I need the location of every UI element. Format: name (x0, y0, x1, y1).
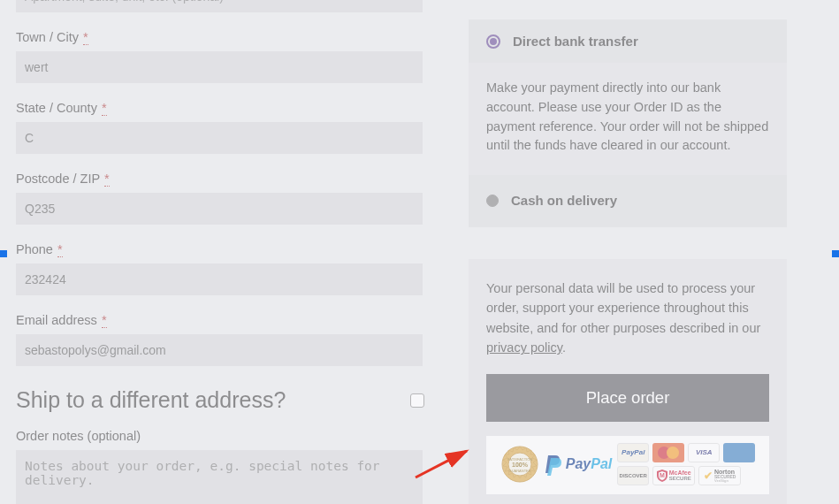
ship-different-checkbox[interactable] (410, 393, 424, 408)
payment-option-bank[interactable]: Direct bank transfer (469, 19, 787, 63)
required-mark: * (57, 242, 63, 257)
payment-option-cod[interactable]: Cash on delivery (469, 175, 787, 227)
town-input[interactable] (16, 51, 423, 83)
payment-bank-label: Direct bank transfer (513, 34, 638, 49)
radio-selected-icon (486, 34, 500, 49)
phone-label: Phone * (16, 242, 424, 256)
town-label: Town / City * (16, 30, 424, 44)
state-label: State / County * (16, 101, 424, 115)
postcode-input[interactable] (16, 193, 423, 225)
satisfaction-seal-icon: SATISFACTION 100% GUARANTEE (500, 445, 539, 484)
svg-text:GUARANTEE: GUARANTEE (508, 469, 530, 473)
apartment-input[interactable] (16, 0, 423, 12)
payment-cod-label: Cash on delivery (511, 193, 617, 208)
trust-badges: SATISFACTION 100% GUARANTEE PayPal (486, 436, 769, 494)
ship-different-heading: Ship to a different address? (16, 387, 286, 413)
svg-text:M: M (660, 472, 665, 478)
mcafee-badge-icon: M McAfeeSECURE (652, 466, 695, 485)
selection-handle-left (0, 250, 7, 257)
privacy-policy-link[interactable]: privacy policy (486, 340, 562, 355)
visa-card-icon: VISA (688, 443, 720, 462)
norton-badge-icon: ✔ NortonSECUREDVeriSign (698, 466, 741, 485)
svg-text:100%: 100% (512, 462, 529, 468)
privacy-place-order-box: Your personal data will be used to proce… (469, 259, 787, 504)
phone-input[interactable] (16, 263, 423, 295)
place-order-button[interactable]: Place order (486, 374, 769, 422)
required-mark: * (102, 313, 107, 328)
payment-bank-description: Make your payment directly into our bank… (469, 63, 787, 175)
email-label: Email address * (16, 313, 424, 327)
order-notes-input[interactable] (16, 450, 423, 504)
discover-card-icon: DISCOVER (617, 466, 649, 485)
paypal-logo-icon: PayPal (545, 453, 612, 476)
paypal-card-icon: PayPal (617, 443, 649, 462)
selection-handle-right (832, 250, 839, 257)
radio-unselected-icon (486, 195, 499, 207)
privacy-text: Your personal data will be used to proce… (486, 279, 769, 358)
required-mark: * (104, 172, 110, 187)
postcode-label: Postcode / ZIP * (16, 172, 424, 186)
mastercard-icon (652, 443, 684, 462)
required-mark: * (83, 30, 88, 45)
email-input[interactable] (16, 334, 423, 366)
payment-methods: Direct bank transfer Make your payment d… (469, 19, 787, 227)
state-input[interactable] (16, 122, 423, 154)
required-mark: * (102, 101, 107, 116)
amex-card-icon (723, 443, 755, 462)
order-notes-label: Order notes (optional) (16, 429, 424, 443)
